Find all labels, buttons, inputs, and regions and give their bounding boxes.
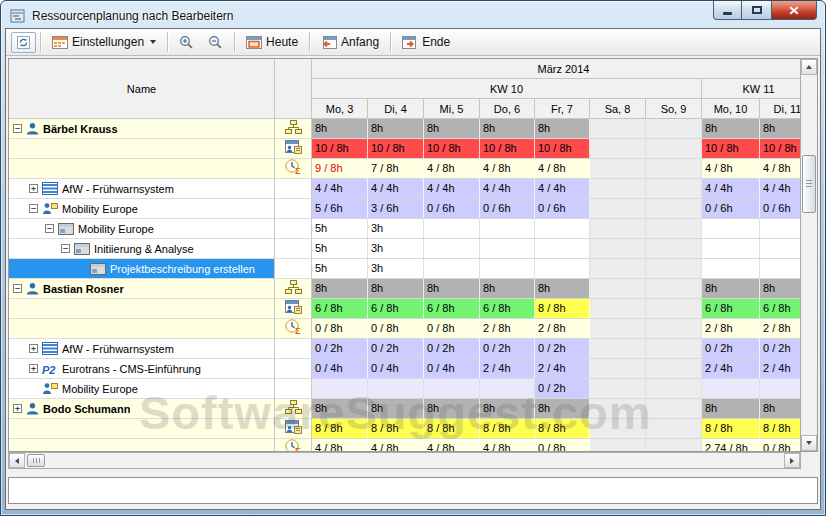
tree-item[interactable]: −Bärbel Krauss <box>9 119 275 139</box>
expand-toggle[interactable]: + <box>29 344 38 353</box>
grid-cell[interactable]: 8 / 8h <box>424 419 480 439</box>
grid-cell[interactable] <box>646 299 702 319</box>
grid-cell[interactable]: 0 / 8h <box>368 319 424 339</box>
grid-cell[interactable]: 3h <box>368 239 424 259</box>
grid-cell[interactable]: 8h <box>702 399 760 419</box>
grid-cell[interactable]: 4 / 4h <box>760 179 800 199</box>
grid-cell[interactable] <box>702 259 760 279</box>
grid-cell[interactable]: 4 / 8h <box>702 159 760 179</box>
grid-cell[interactable]: 8h <box>480 399 535 419</box>
grid-cell[interactable]: 8h <box>368 399 424 419</box>
grid-cell[interactable] <box>646 219 702 239</box>
grid-cell[interactable]: 0 / 8h <box>312 319 368 339</box>
tree-item[interactable]: +AfW - Frühwarnsystem <box>9 339 275 359</box>
tree-item[interactable] <box>9 159 275 179</box>
grid-cell[interactable] <box>480 259 535 279</box>
grid-cell[interactable]: 8h <box>535 399 590 419</box>
grid-cell[interactable]: 4 / 4h <box>702 179 760 199</box>
anfang-button[interactable]: Anfang <box>314 32 386 52</box>
grid-cell[interactable] <box>646 419 702 439</box>
grid-cell[interactable] <box>646 319 702 339</box>
expand-toggle[interactable]: − <box>13 284 22 293</box>
grid-cell[interactable] <box>702 239 760 259</box>
close-button[interactable] <box>771 1 817 20</box>
grid-cell[interactable]: 0 / 4h <box>424 359 480 379</box>
tree-item[interactable] <box>9 319 275 339</box>
expand-toggle[interactable]: − <box>13 124 22 133</box>
grid-cell[interactable]: 6 / 8h <box>312 299 368 319</box>
grid-cell[interactable] <box>312 379 368 399</box>
grid-cell[interactable] <box>590 139 646 159</box>
grid-cell[interactable]: 8h <box>312 119 368 139</box>
restore-button[interactable] <box>742 1 771 20</box>
grid-cell[interactable]: 8h <box>480 119 535 139</box>
grid-cell[interactable] <box>646 359 702 379</box>
grid-cell[interactable]: 0 / 2h <box>535 339 590 359</box>
grid-cell[interactable] <box>646 339 702 359</box>
tree-item[interactable]: −Bastian Rosner <box>9 279 275 299</box>
grid-cell[interactable]: 4 / 8h <box>424 159 480 179</box>
grid-cell[interactable]: 0 / 6h <box>480 199 535 219</box>
grid-cell[interactable]: 0 / 2h <box>535 379 590 399</box>
grid-cell[interactable] <box>535 239 590 259</box>
grid-cell[interactable]: 10 / 8h <box>702 139 760 159</box>
grid-cell[interactable]: 2 / 8h <box>480 319 535 339</box>
refresh-button[interactable] <box>11 32 36 53</box>
grid-cell[interactable] <box>646 139 702 159</box>
grid-cell[interactable] <box>646 379 702 399</box>
grid-cell[interactable]: 6 / 8h <box>760 299 800 319</box>
grid-cell[interactable] <box>590 159 646 179</box>
grid-cell[interactable] <box>702 379 760 399</box>
grid-cell[interactable]: 0 / 2h <box>480 339 535 359</box>
tree-item[interactable]: +AfW - Frühwarnsystem <box>9 179 275 199</box>
grid-cell[interactable] <box>590 299 646 319</box>
expand-toggle[interactable]: − <box>61 244 70 253</box>
vertical-scroll-thumb[interactable] <box>802 155 816 213</box>
grid-cell[interactable]: 4 / 8h <box>312 439 368 451</box>
grid-cell[interactable]: 6 / 8h <box>424 299 480 319</box>
grid-cell[interactable] <box>646 159 702 179</box>
grid-cell[interactable]: 10 / 8h <box>480 139 535 159</box>
grid-cell[interactable]: 4 / 4h <box>480 179 535 199</box>
grid-cell[interactable] <box>590 219 646 239</box>
grid-cell[interactable]: 0 / 6h <box>535 199 590 219</box>
grid-cell[interactable] <box>590 119 646 139</box>
grid-cell[interactable] <box>760 259 800 279</box>
grid-cell[interactable] <box>702 219 760 239</box>
grid-cell[interactable] <box>646 279 702 299</box>
grid-cell[interactable]: 8h <box>368 279 424 299</box>
grid-cell[interactable]: 8h <box>535 279 590 299</box>
horizontal-scrollbar[interactable] <box>8 452 801 469</box>
grid-cell[interactable] <box>590 239 646 259</box>
vertical-scrollbar[interactable] <box>800 59 817 451</box>
grid-cell[interactable]: 2 / 4h <box>702 359 760 379</box>
grid-cell[interactable]: 8h <box>424 279 480 299</box>
expand-toggle[interactable]: + <box>13 404 22 413</box>
grid-cell[interactable]: 2 / 8h <box>702 319 760 339</box>
zoom-in-button[interactable] <box>172 32 201 53</box>
grid-cell[interactable]: 8 / 8h <box>368 419 424 439</box>
grid-cell[interactable]: 8h <box>424 119 480 139</box>
grid-cell[interactable]: 5h <box>312 259 368 279</box>
grid-cell[interactable] <box>646 439 702 451</box>
grid-cell[interactable]: 8h <box>368 119 424 139</box>
grid-cell[interactable] <box>590 259 646 279</box>
scroll-right-button[interactable] <box>784 453 800 468</box>
grid-cell[interactable]: 0 / 2h <box>760 339 800 359</box>
grid-cell[interactable]: 4 / 4h <box>312 179 368 199</box>
grid-cell[interactable] <box>535 219 590 239</box>
grid-cell[interactable]: 8 / 8h <box>480 419 535 439</box>
grid-cell[interactable]: 10 / 8h <box>535 139 590 159</box>
grid-cell[interactable] <box>424 239 480 259</box>
grid-cell[interactable]: 0 / 4h <box>312 359 368 379</box>
grid-cell[interactable]: 5 / 6h <box>312 199 368 219</box>
grid-cell[interactable]: 0 / 4h <box>368 359 424 379</box>
grid-cell[interactable]: 0 / 8h <box>760 439 800 451</box>
grid-cell[interactable]: 10 / 8h <box>368 139 424 159</box>
grid-cell[interactable]: 7 / 8h <box>368 159 424 179</box>
grid-cell[interactable] <box>646 179 702 199</box>
grid-cell[interactable] <box>590 339 646 359</box>
grid-cell[interactable] <box>646 119 702 139</box>
tree-item[interactable]: Projektbeschreibung erstellen <box>9 259 275 279</box>
tree-item[interactable] <box>9 439 275 451</box>
